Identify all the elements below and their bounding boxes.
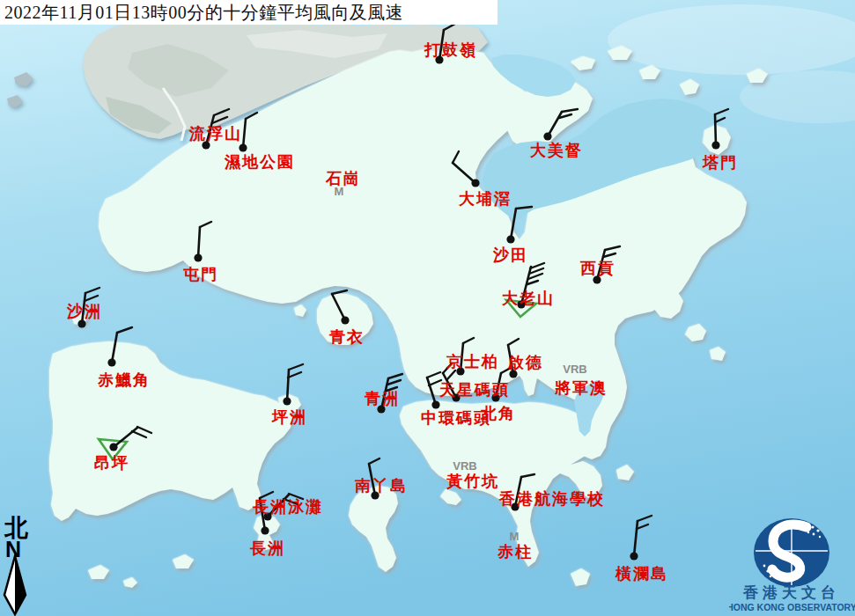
station-dot [711,141,719,149]
station-label-赤柱: 赤柱 [497,543,533,561]
station-label-京士柏: 京士柏 [446,353,499,370]
station-label-啟德: 啟德 [507,354,543,371]
hko-logo-chinese-name: 香港天文台 [742,584,840,601]
station-label-香港航海學校: 香港航海學校 [498,490,605,508]
station-dot [471,179,479,187]
station-dot [630,552,638,560]
station-label-大埔滘: 大埔滘 [458,190,512,208]
station-label-天星碼頭: 天星碼頭 [439,381,510,399]
hong-kong-wind-map: 打鼓嶺流浮山濕地公園石崗M大美督塔門大埔滘沙田西貢大老山京士柏啟德天星碼頭中環碼… [0,0,855,616]
station-tag-將軍澳: VRB [563,363,586,376]
station-tag-石崗: M [335,185,344,198]
station-label-長洲: 長洲 [249,539,285,557]
station-label-西貢: 西貢 [579,260,615,277]
station-label-北角: 北角 [480,405,516,422]
station-label-濕地公園: 濕地公園 [224,153,295,171]
wind-map-screen: 打鼓嶺流浮山濕地公園石崗M大美督塔門大埔滘沙田西貢大老山京士柏啟德天星碼頭中環碼… [0,0,855,616]
station-label-坪洲: 坪洲 [271,408,307,426]
station-label-黃竹坑: 黃竹坑 [446,473,499,490]
map-title-bar: 2022年11月01日13時00分的十分鐘平均風向及風速 [0,0,498,25]
station-label-昂坪: 昂坪 [94,454,129,472]
compass-north-letter: N [5,537,21,561]
station-tag-赤柱: M [510,530,520,543]
station-dot [194,253,202,261]
map-title: 2022年11月01日13時00分的十分鐘平均風向及風速 [0,1,403,25]
station-label-南丫島: 南丫島 [354,477,408,495]
station-dot [543,132,551,140]
station-label-長洲泳灘: 長洲泳灘 [252,498,323,516]
station-dot [107,358,115,366]
wind-barb-staff [715,114,716,145]
station-label-赤鱲角: 赤鱲角 [97,371,151,389]
station-dot [77,319,85,327]
hko-logo: 香港天文台 HONG KONG OBSERVATORY [729,513,855,616]
station-label-流浮山: 流浮山 [188,125,242,143]
station-dot [506,235,514,243]
station-dot [341,316,349,324]
station-dot [261,526,269,534]
station-label-塔門: 塔門 [702,154,738,172]
station-label-屯門: 屯門 [183,266,218,283]
station-label-青衣: 青衣 [328,328,365,346]
station-label-沙田: 沙田 [492,246,528,264]
station-dot [283,397,291,405]
station-label-將軍澳: 將軍澳 [554,379,608,397]
north-compass: 北 N [2,514,33,616]
station-label-青洲: 青洲 [364,390,400,407]
station-dot [431,400,439,408]
station-label-橫瀾島: 橫瀾島 [615,565,668,583]
station-label-沙洲: 沙洲 [66,303,102,320]
hko-logo-english-name: HONG KONG OBSERVATORY [729,602,855,612]
station-tag-黃竹坑: VRB [453,459,476,473]
station-dot [239,143,247,151]
station-dot [109,443,117,451]
station-label-大老山: 大老山 [501,290,555,307]
station-label-打鼓嶺: 打鼓嶺 [424,41,477,59]
station-label-大美督: 大美督 [529,141,583,159]
